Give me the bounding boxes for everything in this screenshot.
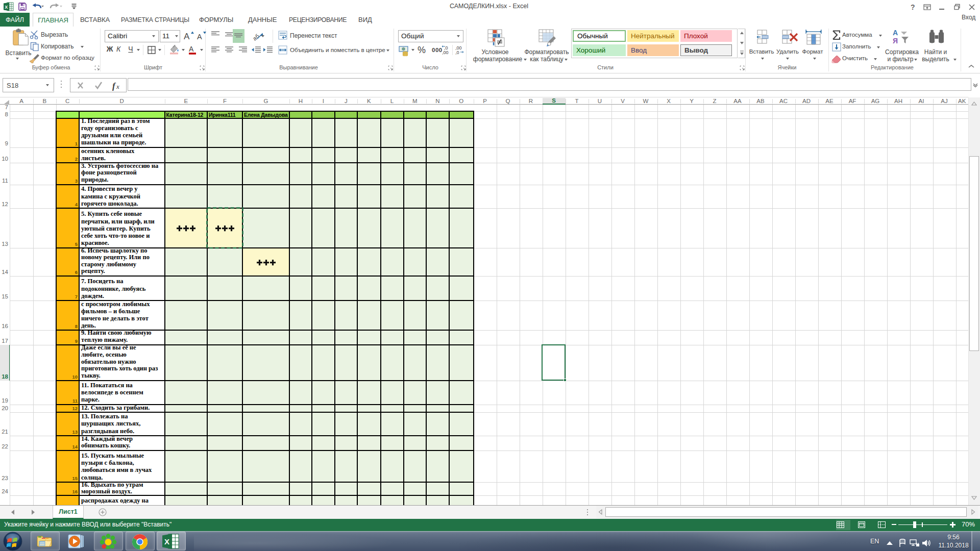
- svg-text:Я: Я: [893, 37, 898, 45]
- svg-text:x: x: [116, 83, 119, 90]
- svg-text:А: А: [189, 45, 194, 53]
- svg-text:А: А: [184, 32, 190, 41]
- svg-text:f: f: [112, 81, 116, 91]
- svg-text:X: X: [5, 5, 8, 10]
- svg-text:?: ?: [911, 3, 915, 11]
- svg-text:,0: ,0: [455, 50, 459, 55]
- svg-text:А: А: [197, 33, 202, 41]
- svg-text:,00: ,00: [442, 50, 449, 55]
- svg-text:А: А: [893, 29, 898, 37]
- svg-text:X: X: [164, 537, 169, 546]
